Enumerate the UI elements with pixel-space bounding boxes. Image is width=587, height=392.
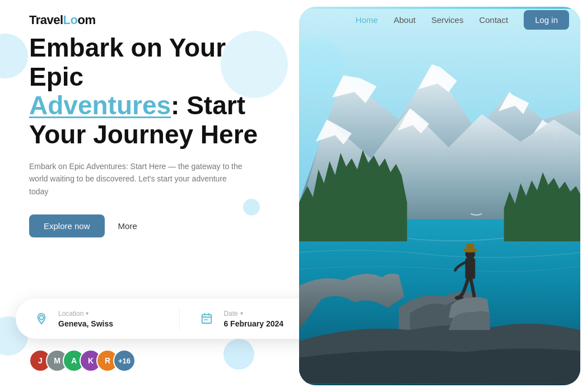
location-chevron: ▾ bbox=[86, 310, 88, 316]
deco-circle-bottom-right bbox=[223, 339, 254, 370]
location-icon bbox=[31, 309, 52, 329]
hero-title-highlight: Adventures bbox=[29, 91, 171, 120]
hero-image bbox=[299, 7, 580, 385]
search-divider bbox=[179, 307, 180, 330]
svg-rect-14 bbox=[465, 258, 475, 279]
location-label: Location ▾ bbox=[58, 310, 162, 318]
header: TravelLoom Home About Services Contact L… bbox=[0, 0, 587, 30]
hero-title-line1: Embark on Your Epic bbox=[29, 33, 226, 91]
avatar-row: J M A K R +16 bbox=[29, 349, 136, 372]
nav-contact[interactable]: Contact bbox=[479, 15, 508, 25]
svg-rect-17 bbox=[466, 244, 474, 251]
nav-home[interactable]: Home bbox=[356, 15, 378, 25]
hero-buttons: Explore now More bbox=[29, 214, 299, 237]
date-label: Date ▾ bbox=[223, 310, 299, 318]
nav-about[interactable]: About bbox=[394, 15, 416, 25]
svg-rect-1 bbox=[202, 315, 212, 324]
location-value: Geneva, Swiss bbox=[58, 319, 162, 328]
nav-links: Home About Services Contact Log in bbox=[356, 10, 569, 30]
hero-content: Embark on Your Epic Adventures: Start Yo… bbox=[0, 0, 299, 237]
calendar-icon bbox=[197, 309, 217, 329]
avatar-count: +16 bbox=[113, 349, 136, 372]
hero-subtitle: Embark on Epic Adventures: Start Here — … bbox=[29, 160, 248, 198]
logo: TravelLoom bbox=[29, 13, 96, 27]
left-panel: Embark on Your Epic Adventures: Start Yo… bbox=[0, 0, 299, 392]
svg-rect-2 bbox=[204, 319, 206, 320]
hero-image-panel bbox=[299, 7, 580, 385]
date-field[interactable]: Date ▾ 6 February 2024 bbox=[223, 310, 299, 328]
logo-highlight: Lo bbox=[63, 13, 78, 27]
svg-rect-3 bbox=[206, 319, 208, 320]
hero-title: Embark on Your Epic Adventures: Start Yo… bbox=[29, 34, 287, 149]
date-chevron: ▾ bbox=[240, 310, 243, 316]
login-button[interactable]: Log in bbox=[524, 10, 569, 30]
nav-services[interactable]: Services bbox=[431, 15, 464, 25]
more-button[interactable]: More bbox=[118, 221, 137, 231]
search-bar: Location ▾ Geneva, Swiss bbox=[16, 298, 299, 339]
date-value: 6 February 2024 bbox=[223, 319, 299, 328]
location-field[interactable]: Location ▾ Geneva, Swiss bbox=[58, 310, 162, 328]
explore-button[interactable]: Explore now bbox=[29, 214, 105, 237]
